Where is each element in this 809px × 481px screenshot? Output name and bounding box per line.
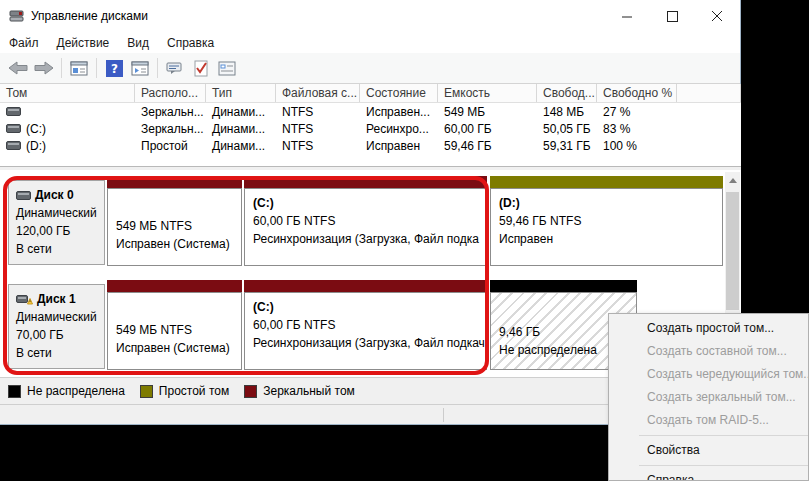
legend-mirrored-volume: Зеркальный том (244, 384, 355, 398)
toolbar-separator (157, 58, 158, 78)
close-button[interactable] (695, 0, 740, 32)
table-row[interactable]: (C:) Зеркальн... Динами... NTFS Ресинхро… (0, 120, 741, 137)
cell-layout: Зеркальн... (135, 105, 206, 119)
menu-item-new-spanned-volume: Создать составной том... (609, 340, 808, 363)
partition-d[interactable]: (D:) 59,46 ГБ NTFS Исправен (490, 176, 723, 268)
title-bar: Управление дисками (0, 0, 740, 32)
back-icon[interactable] (5, 56, 31, 80)
col-volume[interactable]: Том (0, 84, 135, 102)
cell-capacity: 59,46 ГБ (438, 139, 537, 153)
unallocated-bar (490, 280, 637, 292)
disk-type: Динамический (16, 308, 104, 326)
partition-size: 60,00 ГБ NTFS (253, 212, 482, 230)
partition-status: Исправен (499, 230, 718, 248)
menu-separator (639, 465, 808, 466)
cell-capacity: 549 МБ (438, 105, 537, 119)
mirrored-volume-swatch (244, 385, 257, 398)
disk-size: 70,00 ГБ (16, 326, 104, 344)
volume-table: Зеркальн... Динами... NTFS Исправен... 5… (0, 103, 741, 166)
cell-free: 59,31 ГБ (537, 139, 597, 153)
disk-0-label[interactable]: Диск 0 Динамический 120,00 ГБ В сети (8, 180, 105, 265)
col-filler (677, 84, 741, 102)
cell-free-pct: 100 % (597, 139, 677, 153)
disk-warning-icon (16, 294, 33, 305)
properties-icon[interactable] (214, 56, 240, 80)
table-row[interactable]: (D:) Простой Динами... NTFS Исправен 59,… (0, 137, 741, 154)
col-free-pct[interactable]: Свободно % (597, 84, 677, 102)
cell-type: Динами... (206, 105, 276, 119)
partition-system[interactable]: 549 МБ NTFS Исправен (Система) (107, 280, 242, 372)
menu-action[interactable]: Действие (48, 34, 119, 52)
cell-layout: Простой (135, 139, 206, 153)
disk-view-icon[interactable] (127, 56, 153, 80)
col-status[interactable]: Состояние (360, 84, 438, 102)
menu-item-new-simple-volume[interactable]: Создать простой том... (609, 317, 808, 340)
toolbar: ? (0, 53, 740, 84)
menu-bar: Файл Действие Вид Справка (0, 32, 740, 53)
cell-free-pct: 83 % (597, 122, 677, 136)
mirrored-volume-bar (107, 176, 242, 188)
check-document-icon[interactable] (188, 56, 214, 80)
disk-type: Динамический (16, 204, 104, 222)
menu-view[interactable]: Вид (118, 34, 158, 52)
minimize-button[interactable] (605, 0, 650, 32)
col-type[interactable]: Тип (206, 84, 276, 102)
col-layout[interactable]: Располо... (135, 84, 206, 102)
cell-layout: Зеркальн... (135, 122, 206, 136)
mirrored-volume-bar (107, 280, 242, 292)
menu-item-help[interactable]: Справка (609, 469, 808, 481)
volume-table-header: Том Располо... Тип Файловая с... Состоян… (0, 84, 741, 103)
toolbar-separator (61, 58, 62, 78)
partition-system[interactable]: 549 МБ NTFS Исправен (Система) (107, 176, 242, 268)
cell-fs: NTFS (276, 122, 360, 136)
cell-type: Динами... (206, 139, 276, 153)
disk-1-label[interactable]: Диск 1 Динамический 70,00 ГБ В сети (8, 284, 105, 369)
app-icon (9, 9, 25, 23)
disk-name: Диск 0 (35, 186, 74, 204)
help-icon[interactable]: ? (101, 56, 127, 80)
partition-size: 549 МБ NTFS (116, 321, 237, 339)
unallocated-swatch (8, 385, 21, 398)
cell-fs: NTFS (276, 105, 360, 119)
col-capacity[interactable]: Емкость (438, 84, 537, 102)
cell-free: 50,05 ГБ (537, 122, 597, 136)
maximize-button[interactable] (650, 0, 695, 32)
window-title: Управление дисками (31, 9, 148, 23)
menu-item-properties[interactable]: Свойства (609, 439, 808, 462)
cell-capacity: 60,00 ГБ (438, 122, 537, 136)
status-bar-divider (443, 408, 444, 422)
cell-status: Исправен... (360, 105, 438, 119)
partition-label: (C:) (253, 194, 482, 212)
col-free[interactable]: Свобод... (537, 84, 597, 102)
scrollbar-thumb[interactable] (726, 192, 739, 310)
menu-help[interactable]: Справка (158, 34, 223, 52)
mirrored-volume-bar (244, 280, 487, 292)
volume-icon (6, 107, 21, 116)
disk-list-icon[interactable] (66, 56, 92, 80)
action-panel-icon[interactable] (162, 56, 188, 80)
partition-status: Исправен (Система) (116, 235, 237, 253)
table-row[interactable]: Зеркальн... Динами... NTFS Исправен... 5… (0, 103, 741, 120)
menu-separator (639, 435, 808, 436)
volume-name: (D:) (26, 139, 46, 153)
partition-label: (D:) (499, 194, 718, 212)
cell-status: Исправен (360, 139, 438, 153)
partition-status: Ресинхронизация (Загрузка, Файл подка (253, 230, 482, 248)
disk-size: 120,00 ГБ (16, 222, 104, 240)
partition-c[interactable]: (C:) 60,00 ГБ NTFS Ресинхронизация (Загр… (244, 176, 487, 268)
volume-icon (6, 124, 21, 133)
forward-icon[interactable] (31, 56, 57, 80)
toolbar-separator (96, 58, 97, 78)
partition-status: Исправен (Система) (116, 339, 237, 357)
partition-size: 60,00 ГБ NTFS (253, 316, 482, 334)
scroll-up-icon[interactable] (725, 172, 740, 188)
partition-c[interactable]: (C:) 60,00 ГБ NTFS Ресинхронизация (Загр… (244, 280, 487, 372)
context-menu: Создать простой том... Создать составной… (608, 313, 809, 481)
cell-free-pct: 27 % (597, 105, 677, 119)
cell-type: Динами... (206, 122, 276, 136)
menu-item-new-striped-volume: Создать чередующийся том... (609, 363, 808, 386)
col-filesystem[interactable]: Файловая с... (276, 84, 360, 102)
partition-status: Ресинхронизация (Загрузка, Файл подкач (253, 334, 482, 352)
disk-name: Диск 1 (37, 290, 76, 308)
menu-file[interactable]: Файл (0, 34, 48, 52)
